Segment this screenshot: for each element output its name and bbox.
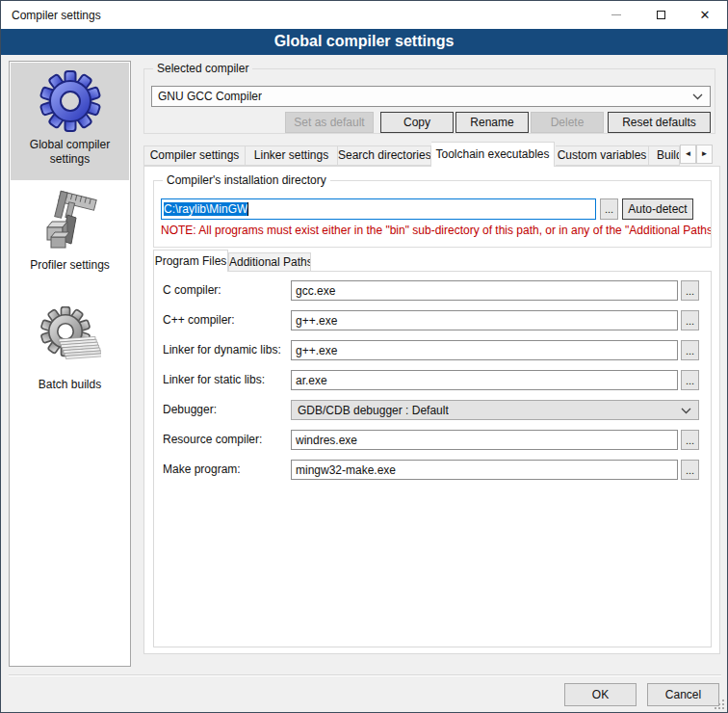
dynamic-linker-browse-button[interactable]: ...	[681, 340, 699, 360]
rename-button[interactable]: Rename	[455, 112, 529, 133]
static-linker-browse-button[interactable]: ...	[681, 370, 699, 390]
cpp-compiler-browse-button[interactable]: ...	[681, 310, 699, 330]
cpp-compiler-input[interactable]	[291, 310, 678, 330]
installation-directory-browse-button[interactable]: ...	[600, 198, 618, 220]
chevron-down-icon	[692, 93, 703, 100]
sidebar-item-global-compiler-settings[interactable]: Global compiler settings	[11, 63, 129, 180]
tab-compiler-settings[interactable]: Compiler settings	[143, 145, 246, 166]
static-linker-input[interactable]	[291, 370, 678, 390]
tab-linker-settings[interactable]: Linker settings	[246, 145, 338, 166]
footer-separator	[9, 674, 721, 676]
sidebar-item-label: Global compiler settings	[11, 138, 129, 167]
delete-button: Delete	[531, 112, 604, 133]
c-compiler-input[interactable]	[291, 280, 678, 301]
dynamic-linker-input[interactable]	[291, 340, 678, 360]
subtab-program-files[interactable]: Program Files	[153, 250, 228, 272]
close-button[interactable]: ✕	[683, 1, 727, 29]
sidebar-item-profiler-settings[interactable]: Profiler settings	[11, 185, 129, 291]
debugger-select-value: GDB/CDB debugger : Default	[298, 404, 449, 417]
dynamic-linker-label: Linker for dynamic libs:	[163, 340, 290, 360]
cpp-compiler-label: C++ compiler:	[163, 310, 290, 330]
bin-subdirectory-note: NOTE: All programs must exist either in …	[161, 224, 711, 237]
sidebar-item-batch-builds[interactable]: Batch builds	[11, 301, 129, 409]
gray-gear-stack-icon	[39, 306, 101, 368]
auto-detect-button[interactable]: Auto-detect	[622, 198, 693, 220]
maximize-icon	[657, 11, 665, 19]
page-title: Global compiler settings	[1, 29, 727, 55]
make-program-input[interactable]	[291, 460, 678, 480]
sidebar-item-label: Profiler settings	[11, 258, 129, 273]
make-program-label: Make program:	[163, 460, 290, 480]
resource-compiler-input[interactable]	[291, 430, 678, 450]
settings-category-list: Global compiler settings	[9, 61, 131, 667]
chevron-down-icon	[681, 408, 691, 414]
blue-gear-icon	[39, 70, 101, 132]
text-caret	[247, 202, 248, 216]
tab-build-options[interactable]: Build options	[649, 145, 680, 166]
maximize-button[interactable]	[638, 1, 683, 29]
tab-toolchain-executables[interactable]: Toolchain executables	[431, 142, 555, 167]
compiler-settings-dialog: Compiler settings ✕ Global compiler sett…	[0, 0, 728, 713]
subtab-additional-paths[interactable]: Additional Paths	[228, 252, 311, 272]
compiler-select-value: GNU GCC Compiler	[158, 90, 262, 103]
static-linker-label: Linker for static libs:	[163, 370, 290, 390]
installation-directory-input[interactable]: C:\raylib\MinGW	[161, 198, 596, 220]
compiler-select[interactable]: GNU GCC Compiler	[151, 86, 711, 107]
copy-button[interactable]: Copy	[380, 112, 454, 133]
tab-scroll-left-button[interactable]: ◄	[680, 145, 696, 164]
debugger-select[interactable]: GDB/CDB debugger : Default	[291, 400, 699, 420]
ok-button[interactable]: OK	[564, 683, 637, 706]
window-title: Compiler settings	[12, 9, 101, 22]
caliper-icon	[39, 189, 101, 251]
resize-grip[interactable]	[715, 700, 724, 709]
make-program-browse-button[interactable]: ...	[681, 460, 699, 480]
title-bar: Compiler settings ✕	[1, 1, 727, 29]
close-icon: ✕	[700, 9, 711, 21]
resource-compiler-label: Resource compiler:	[163, 430, 290, 450]
installation-directory-group-label: Compiler's installation directory	[163, 173, 330, 187]
c-compiler-label: C compiler:	[163, 280, 290, 301]
sidebar-item-label: Batch builds	[11, 378, 129, 392]
tab-custom-variables[interactable]: Custom variables	[556, 145, 649, 166]
cancel-button[interactable]: Cancel	[647, 683, 719, 706]
tab-search-directories[interactable]: Search directories	[338, 145, 431, 166]
minimize-button[interactable]	[594, 1, 638, 29]
set-as-default-button: Set as default	[285, 112, 374, 133]
c-compiler-browse-button[interactable]: ...	[681, 280, 699, 301]
debugger-label: Debugger:	[163, 400, 290, 420]
selected-text: C:\raylib\MinGW	[164, 202, 247, 216]
selected-compiler-group-label: Selected compiler	[153, 62, 252, 75]
reset-defaults-button[interactable]: Reset defaults	[608, 112, 711, 133]
tab-scroll-right-button[interactable]: ►	[696, 145, 713, 164]
resource-compiler-browse-button[interactable]: ...	[681, 430, 699, 450]
minimize-icon	[611, 14, 621, 15]
